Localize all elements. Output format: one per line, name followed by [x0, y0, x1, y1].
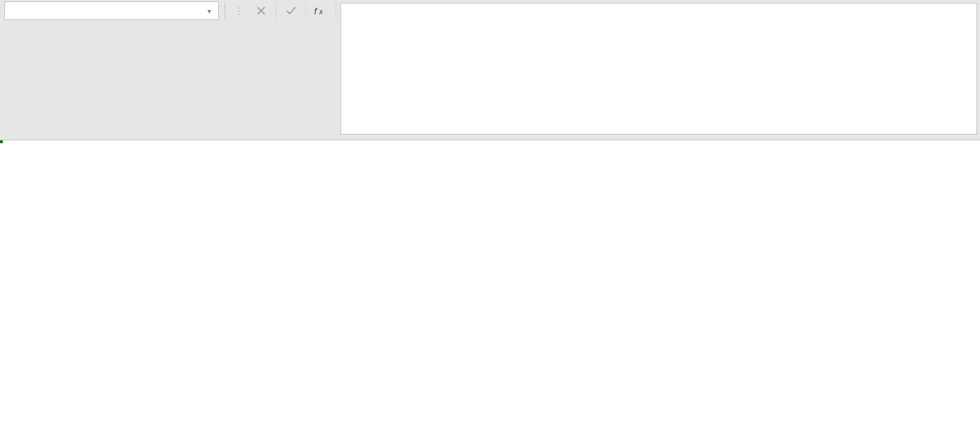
cancel-button[interactable] — [246, 1, 276, 20]
drag-handle-icon[interactable]: ⋮ — [231, 5, 246, 16]
worksheet[interactable] — [0, 140, 980, 444]
enter-button[interactable] — [276, 1, 306, 20]
name-box[interactable]: ▾ — [4, 1, 219, 20]
formula-bar: ▾ ⋮ f x — [0, 0, 980, 140]
namebox-area: ▾ ⋮ — [0, 0, 246, 21]
active-cell-outline — [0, 140, 3, 143]
check-icon — [285, 5, 297, 16]
separator — [225, 2, 225, 19]
chevron-down-icon[interactable]: ▾ — [204, 6, 214, 16]
formula-input[interactable] — [340, 3, 977, 135]
svg-text:f: f — [314, 6, 318, 16]
svg-text:x: x — [318, 8, 323, 16]
x-icon — [255, 5, 267, 16]
fx-icon: f x — [314, 4, 328, 17]
formula-bar-buttons: f x — [246, 0, 336, 21]
insert-function-button[interactable]: f x — [306, 1, 336, 20]
